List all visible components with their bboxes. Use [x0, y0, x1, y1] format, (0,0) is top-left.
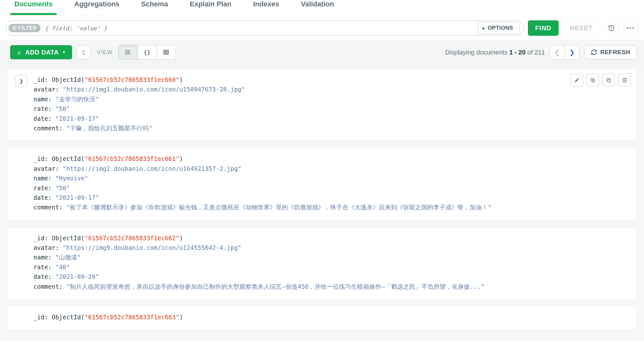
field-key: avatar — [33, 244, 55, 251]
document-card: _id: ObjectId("61567cb52c7865833f1ec663"… — [7, 306, 637, 330]
upload-icon — [81, 49, 86, 55]
chevron-right-icon: ❯ — [19, 78, 23, 84]
page-prev-button[interactable]: ❮ — [550, 45, 565, 59]
field-row: comment: "干嘛，我给孔刘五颗星不行吗" — [33, 123, 629, 133]
page-next-button[interactable]: ❯ — [565, 45, 579, 59]
field-row: date: "2021-09-20" — [33, 272, 629, 281]
status-total: 211 — [534, 49, 545, 56]
field-key: date — [33, 194, 48, 201]
status-range: 1 - 20 — [509, 49, 525, 56]
field-value: "2021-09-17" — [55, 115, 99, 122]
field-value: "61567cb52c7865833f1ec660" — [84, 76, 179, 83]
tab-indexes[interactable]: Indexes — [252, 0, 281, 13]
pagination-status: Displaying documents 1 - 20 of 211 — [445, 49, 545, 56]
field-key: comment — [33, 283, 59, 290]
status-prefix: Displaying documents — [445, 49, 509, 56]
document-card: ❯_id: ObjectId("61567cb52c7865833f1ec660… — [7, 69, 637, 141]
field-key: date — [33, 115, 48, 122]
filter-chip: i FILTER — [9, 24, 40, 32]
field-key: date — [33, 273, 48, 280]
documents-toolbar: ADD DATA ▼ VIEW {} Displaying documents … — [0, 40, 644, 64]
field-row: rate: "40" — [33, 262, 629, 272]
chevron-left-icon: ❮ — [554, 48, 560, 56]
refresh-button[interactable]: REFRESH — [584, 45, 637, 59]
add-data-button[interactable]: ADD DATA ▼ — [10, 45, 72, 59]
clone-icon — [606, 77, 611, 83]
field-row: date: "2021-09-17" — [33, 114, 629, 123]
trash-icon — [622, 77, 627, 83]
field-value: "山微漾" — [55, 254, 81, 261]
download-icon — [16, 49, 22, 55]
field-row: rate: "50" — [33, 183, 629, 193]
field-key: rate — [33, 264, 48, 271]
view-list-button[interactable] — [118, 45, 137, 59]
field-key: rate — [33, 185, 48, 192]
export-button[interactable] — [77, 45, 91, 59]
reset-label: RESET — [570, 25, 593, 32]
tab-aggregations[interactable]: Aggregations — [73, 0, 121, 13]
clone-button[interactable] — [602, 74, 615, 86]
field-value: "50" — [55, 105, 70, 112]
field-row: avatar: "https://img1.doubanio.com/icon/… — [33, 84, 629, 94]
filter-input-wrap[interactable]: i FILTER OPTIONS — [6, 20, 524, 36]
document-card: _id: ObjectId("61567cb52c7865833f1ec662"… — [7, 227, 637, 299]
field-key: comment — [33, 204, 59, 211]
pencil-icon — [574, 77, 580, 83]
options-button[interactable]: OPTIONS — [478, 22, 520, 34]
field-value: "40" — [55, 264, 70, 271]
document-fields: _id: ObjectId("61567cb52c7865833f1ec663"… — [33, 312, 629, 322]
field-value: "61567cb52c7865833f1ec661" — [84, 155, 179, 162]
pager: ❮ ❯ — [550, 45, 580, 60]
svg-rect-13 — [608, 79, 611, 82]
chevron-right-icon: ❯ — [569, 48, 575, 56]
view-json-button[interactable]: {} — [137, 45, 157, 59]
field-row: name: "山微漾" — [33, 252, 629, 262]
field-value: "2021-09-17" — [55, 194, 99, 201]
copy-icon — [590, 77, 596, 83]
svg-point-0 — [125, 50, 126, 51]
delete-button[interactable] — [618, 74, 631, 86]
tab-schema[interactable]: Schema — [140, 0, 170, 13]
view-label: VIEW — [97, 49, 113, 56]
options-label: OPTIONS — [488, 25, 513, 31]
field-row: rate: "50" — [33, 104, 629, 113]
field-key: avatar — [33, 165, 55, 172]
field-row: _id: ObjectId("61567cb52c7865833f1ec661"… — [33, 154, 629, 163]
tab-documents[interactable]: Documents — [13, 0, 54, 13]
history-button[interactable] — [604, 20, 619, 36]
tab-explain-plan[interactable]: Explain Plan — [188, 0, 233, 13]
copy-button[interactable] — [586, 74, 599, 86]
svg-point-4 — [125, 53, 126, 54]
expand-button[interactable]: ❯ — [15, 75, 27, 87]
find-button[interactable]: FIND — [528, 20, 559, 36]
field-value: "50" — [55, 185, 70, 192]
svg-rect-1 — [127, 50, 130, 51]
field-row: date: "2021-09-17" — [33, 193, 629, 202]
field-row: name: "Hymoive" — [33, 173, 629, 183]
add-data-label: ADD DATA — [25, 49, 59, 56]
more-button[interactable]: ··· — [623, 20, 638, 36]
reset-button[interactable]: RESET — [562, 20, 600, 36]
tab-bar: DocumentsAggregationsSchemaExplain PlanI… — [0, 0, 644, 16]
field-value: "Hymoive" — [55, 175, 88, 182]
field-key: name — [33, 175, 48, 182]
refresh-icon — [591, 49, 597, 55]
field-value: "https://img1.doubanio.com/icon/u1509476… — [63, 86, 245, 93]
view-mode-group: {} — [118, 45, 176, 60]
field-key: avatar — [33, 86, 55, 93]
svg-point-2 — [125, 52, 126, 53]
field-key: comment — [33, 125, 59, 132]
field-value: "去学习的快活" — [55, 96, 99, 103]
field-row: avatar: "https://img2.doubanio.com/icon/… — [33, 164, 629, 173]
filter-input[interactable] — [40, 25, 478, 32]
field-row: _id: ObjectId("61567cb52c7865833f1ec662"… — [33, 233, 629, 243]
field-row: avatar: "https://img9.doubanio.com/icon/… — [33, 243, 629, 252]
document-fields: _id: ObjectId("61567cb52c7865833f1ec662"… — [33, 233, 629, 291]
field-value: "制片人临死前突发奇想，亲自以选手的身份参加自己制作的大型观察类杀人综艺—创造4… — [66, 283, 484, 290]
document-fields: _id: ObjectId("61567cb52c7865833f1ec660"… — [33, 75, 629, 133]
edit-button[interactable] — [570, 74, 583, 86]
tab-validation[interactable]: Validation — [299, 0, 336, 13]
info-icon: i — [12, 25, 17, 31]
view-table-button[interactable] — [157, 45, 176, 59]
svg-rect-6 — [164, 50, 169, 54]
